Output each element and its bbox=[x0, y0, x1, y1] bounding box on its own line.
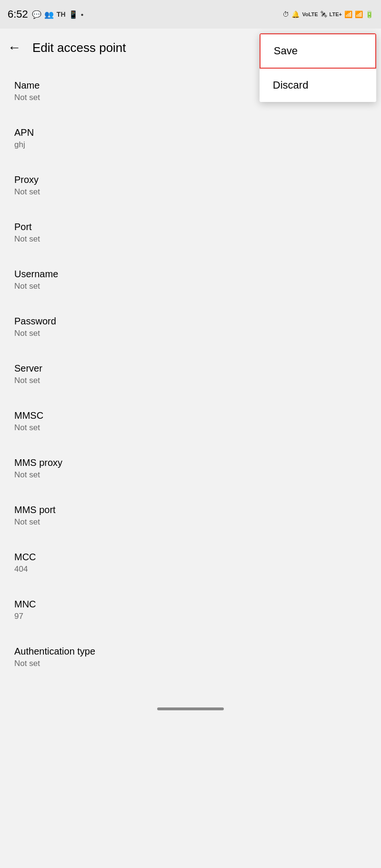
setting-value: Not set bbox=[14, 329, 367, 338]
status-icons-left: 💬 👥 TH 📱 ● bbox=[32, 10, 84, 19]
setting-label: MMS proxy bbox=[14, 457, 367, 468]
setting-label: Port bbox=[14, 222, 367, 232]
setting-item-server[interactable]: ServerNot set bbox=[0, 350, 381, 397]
status-time: 6:52 bbox=[8, 8, 28, 20]
setting-value: ghj bbox=[14, 140, 367, 150]
setting-item-port[interactable]: PortNot set bbox=[0, 208, 381, 255]
th-icon: TH bbox=[57, 10, 66, 18]
setting-item-proxy[interactable]: ProxyNot set bbox=[0, 161, 381, 208]
setting-value: Not set bbox=[14, 187, 367, 197]
setting-label: APN bbox=[14, 127, 367, 138]
screen-icon: 📱 bbox=[69, 10, 78, 19]
setting-value: Not set bbox=[14, 234, 367, 244]
status-left: 6:52 💬 👥 TH 📱 ● bbox=[8, 8, 84, 20]
setting-item-mcc[interactable]: MCC404 bbox=[0, 538, 381, 585]
discard-button[interactable]: Discard bbox=[260, 69, 376, 102]
back-button[interactable]: ← bbox=[8, 41, 21, 54]
setting-label: Password bbox=[14, 316, 367, 327]
setting-item-apn[interactable]: APNghj bbox=[0, 114, 381, 161]
setting-label: MMS port bbox=[14, 505, 367, 515]
status-icons-right: ⏱ 🔔 VoLTE 🛰 LTE+ 📶 📶 🔋 bbox=[282, 10, 373, 18]
setting-label: Authentication type bbox=[14, 646, 367, 657]
setting-item-mnc[interactable]: MNC97 bbox=[0, 585, 381, 633]
setting-value: Not set bbox=[14, 423, 367, 433]
setting-value: 97 bbox=[14, 612, 367, 621]
setting-value: 404 bbox=[14, 565, 367, 574]
setting-item-mmsc[interactable]: MMSCNot set bbox=[0, 397, 381, 444]
page-title: Edit access point bbox=[32, 40, 126, 55]
signal2-icon: 📶 bbox=[355, 10, 363, 18]
msg-icon: 💬 bbox=[32, 10, 41, 19]
dropdown-menu: Save Discard bbox=[260, 33, 376, 102]
volte-icon: VoLTE bbox=[302, 11, 318, 17]
nav-indicator bbox=[157, 707, 224, 710]
setting-label: Server bbox=[14, 363, 367, 374]
setting-label: Proxy bbox=[14, 174, 367, 185]
nav-bar bbox=[0, 699, 381, 723]
setting-label: MMSC bbox=[14, 410, 367, 421]
setting-label: MNC bbox=[14, 599, 367, 610]
group-icon: 👥 bbox=[44, 10, 54, 19]
alarm-icon: ⏱ bbox=[282, 10, 289, 18]
setting-value: Not set bbox=[14, 282, 367, 291]
setting-value: Not set bbox=[14, 659, 367, 668]
setting-label: Username bbox=[14, 269, 367, 280]
top-bar: ← Edit access point Save Discard bbox=[0, 29, 381, 67]
status-bar: 6:52 💬 👥 TH 📱 ● ⏱ 🔔 VoLTE 🛰 LTE+ 📶 📶 🔋 bbox=[0, 0, 381, 29]
hotspot-icon: 🛰 bbox=[321, 10, 327, 18]
lte-icon: LTE+ bbox=[330, 11, 342, 17]
dot-icon: ● bbox=[81, 12, 84, 17]
settings-list: NameNot setAPNghjProxyNot setPortNot set… bbox=[0, 67, 381, 699]
setting-value: Not set bbox=[14, 376, 367, 385]
setting-value: Not set bbox=[14, 470, 367, 480]
setting-item-password[interactable]: PasswordNot set bbox=[0, 303, 381, 350]
setting-item-username[interactable]: UsernameNot set bbox=[0, 255, 381, 303]
signal1-icon: 📶 bbox=[344, 10, 352, 18]
setting-label: MCC bbox=[14, 552, 367, 563]
setting-item-mms-port[interactable]: MMS portNot set bbox=[0, 491, 381, 538]
battery-icon: 🔋 bbox=[365, 10, 373, 18]
vibrate-icon: 🔔 bbox=[291, 10, 300, 18]
setting-item-mms-proxy[interactable]: MMS proxyNot set bbox=[0, 444, 381, 491]
setting-value: Not set bbox=[14, 517, 367, 527]
save-button[interactable]: Save bbox=[260, 33, 376, 69]
setting-item-authentication-type[interactable]: Authentication typeNot set bbox=[0, 633, 381, 680]
